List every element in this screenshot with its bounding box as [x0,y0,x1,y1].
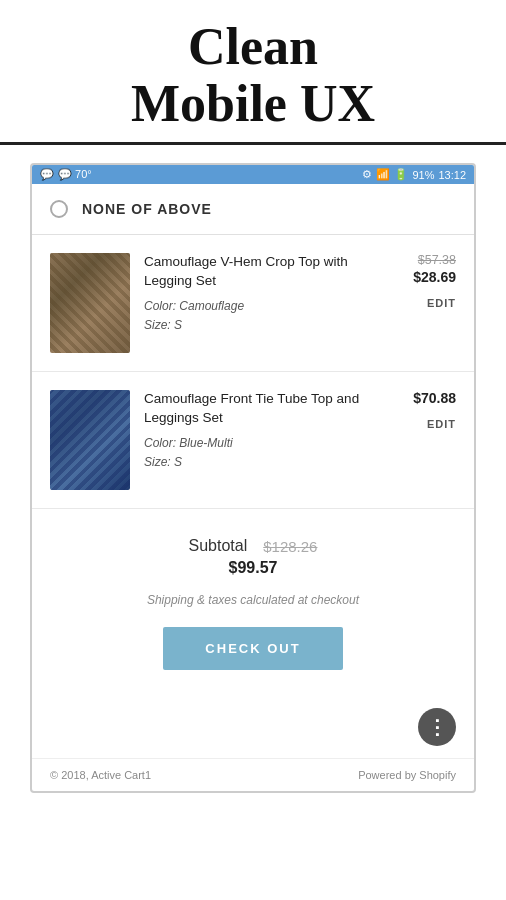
product-image-1 [50,253,130,353]
subtotal-section: Subtotal $128.26 $99.57 Shipping & taxes… [32,509,474,708]
original-price-1: $57.38 [386,253,456,267]
cart-item-2: Camouflage Front Tie Tube Top and Leggin… [32,372,474,509]
more-icon: ⋮ [427,715,448,739]
subtotal-row: Subtotal $128.26 [50,537,456,555]
product-name-2: Camouflage Front Tie Tube Top and Leggin… [144,390,372,428]
subtotal-label: Subtotal [189,537,248,555]
product-size-2: Size: S [144,453,372,472]
edit-button-1[interactable]: EDIT [427,297,456,309]
sale-price-2: $70.88 [386,390,456,406]
sale-price-1: $28.69 [386,269,456,285]
product-image-2 [50,390,130,490]
battery-percent: 91% [412,169,434,181]
page-header: CleanMobile UX [0,0,506,145]
checkout-button[interactable]: CHECK OUT [163,627,343,670]
bluetooth-icon: ⚙ [362,168,372,181]
status-bar-left: 💬 💬 70° [40,168,92,181]
radio-button[interactable] [50,200,68,218]
subtotal-sale-price: $99.57 [50,559,456,577]
edit-button-2[interactable]: EDIT [427,418,456,430]
fab-button[interactable]: ⋮ [418,708,456,746]
phone-frame: 💬 💬 70° ⚙ 📶 🔋 91% 13:12 NONE OF ABOVE Ca… [30,163,476,793]
none-of-above-label: NONE OF ABOVE [82,201,212,217]
product-color-2: Color: Blue-Multi [144,434,372,453]
product-pricing-1: $57.38 $28.69 EDIT [386,253,456,311]
signal-icon: 📶 [376,168,390,181]
product-details-1: Camouflage V-Hem Crop Top with Legging S… [144,253,372,335]
chat-icon: 💬 [40,168,54,181]
product-color-1: Color: Camouflage [144,297,372,316]
shipping-note: Shipping & taxes calculated at checkout [50,593,456,607]
product-details-2: Camouflage Front Tie Tube Top and Leggin… [144,390,372,472]
phone-footer: © 2018, Active Cart1 Powered by Shopify [32,758,474,791]
battery-icon: 🔋 [394,168,408,181]
temperature: 💬 70° [58,168,92,181]
clock: 13:12 [438,169,466,181]
status-bar-right: ⚙ 📶 🔋 91% 13:12 [362,168,466,181]
status-bar: 💬 💬 70° ⚙ 📶 🔋 91% 13:12 [32,165,474,184]
subtotal-original-price: $128.26 [263,538,317,555]
page-title: CleanMobile UX [20,18,486,132]
powered-by: Powered by Shopify [358,769,456,781]
none-of-above-option[interactable]: NONE OF ABOVE [32,184,474,235]
product-pricing-2: $70.88 EDIT [386,390,456,432]
product-name-1: Camouflage V-Hem Crop Top with Legging S… [144,253,372,291]
product-size-1: Size: S [144,316,372,335]
cart-item: Camouflage V-Hem Crop Top with Legging S… [32,235,474,372]
copyright: © 2018, Active Cart1 [50,769,151,781]
